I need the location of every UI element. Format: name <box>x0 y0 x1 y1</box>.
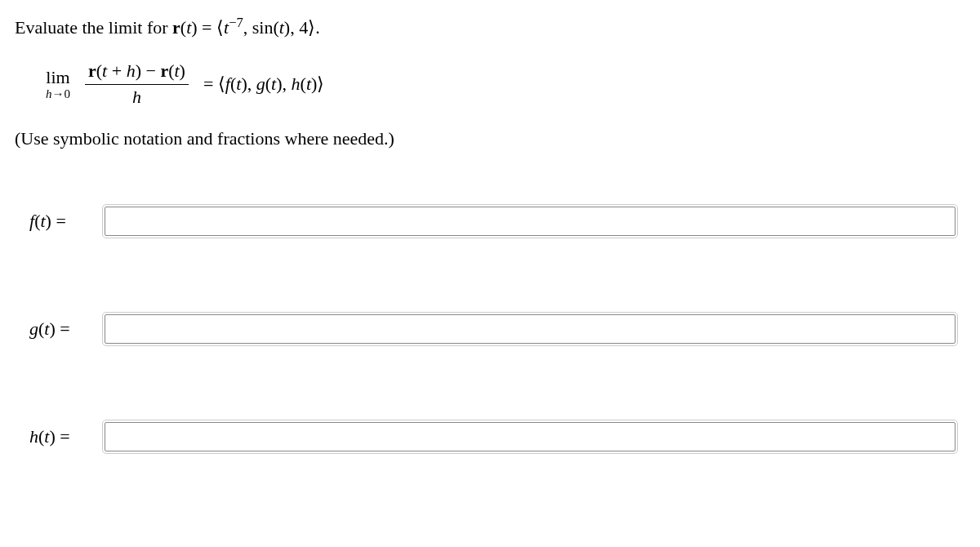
f-input-wrap <box>105 207 965 236</box>
question-page: Evaluate the limit for r(t) = ⟨t−7, sin(… <box>0 0 980 451</box>
fraction: r(t + h) − r(t) h <box>85 61 189 106</box>
angle-open: ⟨ <box>216 17 224 38</box>
sep1: , <box>243 17 252 38</box>
f-label: f(t) = <box>15 211 105 232</box>
sep2: , <box>290 17 299 38</box>
comp1-exp: −7 <box>229 15 243 30</box>
limit-expression: lim h→0 r(t + h) − r(t) h = ⟨f(t), g(t),… <box>46 61 965 106</box>
answer-row-g: g(t) = <box>15 314 965 344</box>
f-input[interactable] <box>105 207 956 236</box>
lim-block: lim h→0 <box>46 69 70 100</box>
answer-row-h: h(t) = <box>15 422 965 451</box>
limit-rhs: = ⟨f(t), g(t), h(t)⟩ <box>203 73 324 95</box>
intro-text: Evaluate the limit for <box>15 17 172 38</box>
comp3: 4 <box>299 17 308 38</box>
h-input[interactable] <box>105 422 956 451</box>
fraction-numerator: r(t + h) − r(t) <box>85 61 189 84</box>
problem-statement: Evaluate the limit for r(t) = ⟨t−7, sin(… <box>15 15 965 38</box>
h-input-wrap <box>105 422 965 451</box>
hint-text: (Use symbolic notation and fractions whe… <box>15 128 965 149</box>
g-input[interactable] <box>105 314 956 344</box>
answer-row-f: f(t) = <box>15 207 965 236</box>
period: . <box>315 17 320 38</box>
lim-sub: h→0 <box>46 88 70 100</box>
h-label: h(t) = <box>15 426 105 447</box>
r-arg: (t) <box>180 17 198 38</box>
g-label: g(t) = <box>15 318 105 340</box>
equals: = <box>198 17 216 38</box>
lim-word: lim <box>46 69 69 87</box>
angle-close: ⟩ <box>308 17 315 38</box>
g-input-wrap <box>105 314 965 344</box>
fraction-denominator: h <box>132 85 141 107</box>
r-symbol: r <box>172 17 180 38</box>
comp2-sin: sin( <box>252 17 279 38</box>
